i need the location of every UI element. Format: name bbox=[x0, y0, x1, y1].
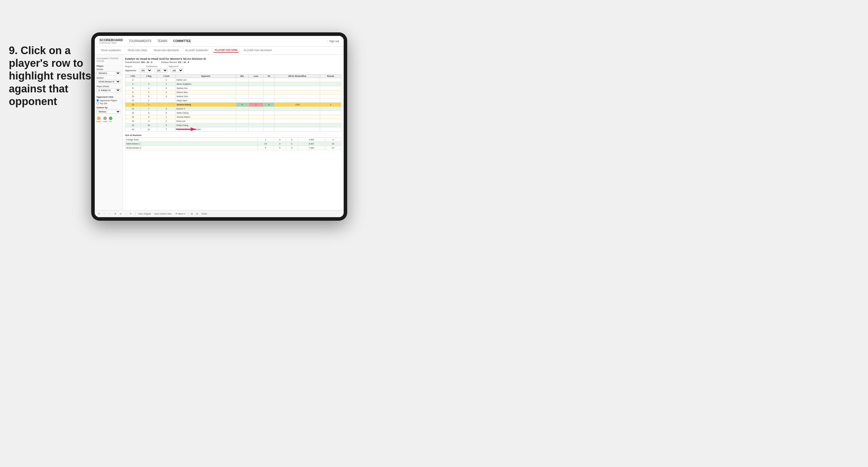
nav-items: TOURNAMENTS TEAMS COMMITTEE bbox=[129, 39, 228, 43]
region-section-label: Region bbox=[125, 65, 132, 67]
out-of-division-row[interactable]: NAIA Division 1 15 0 0 9.267 30 bbox=[125, 142, 341, 146]
colour-section: Colour by Win/loss Down Level bbox=[96, 106, 121, 122]
right-panel: Katelyn Vo Head-to-Head Grid for Women's… bbox=[123, 55, 344, 210]
player-rank-select[interactable]: 8. Katelyn Vo bbox=[96, 88, 121, 92]
table-row[interactable]: 18 2 2 Euna Lee bbox=[125, 119, 341, 123]
table-row[interactable]: 9 1 4 Sharon Mun bbox=[125, 90, 341, 94]
radio-top-100[interactable]: Top 100 bbox=[96, 102, 121, 104]
nav-bar: SCOREBOARD Powered by clippd TOURNAMENTS… bbox=[95, 36, 344, 46]
table-row[interactable]: 20 11 7 Federica Domecq Lacroze bbox=[125, 127, 341, 131]
save-custom-view-button[interactable]: Save Custom View bbox=[154, 213, 173, 215]
table-row[interactable]: 15 8 5 Stella Chang bbox=[125, 111, 341, 115]
colour-level: Level bbox=[103, 117, 107, 122]
conference-section-label: Conference bbox=[146, 65, 158, 67]
conference-filter-select[interactable]: (All) bbox=[154, 68, 168, 72]
colour-up: Up bbox=[109, 117, 113, 122]
tablet-screen: SCOREBOARD Powered by clippd TOURNAMENTS… bbox=[95, 36, 344, 217]
out-of-division-row[interactable]: Foreign Team 1 0 0 4.500 2 bbox=[125, 138, 341, 142]
filters-selects-row: Opponents: (All) (All) (All) bbox=[125, 68, 341, 72]
sub-nav-player-h2h-heatmap[interactable]: PLAYER H2H HEATMAP bbox=[243, 48, 273, 52]
nav-tournaments[interactable]: TOURNAMENTS bbox=[129, 39, 151, 43]
annotation-text: 9. Click on a player's row to highlight … bbox=[9, 44, 94, 108]
table-row[interactable]: 19 10 6 Emily Chang bbox=[125, 123, 341, 127]
col-header-rounds: Rounds bbox=[320, 74, 341, 78]
opponent-section-label: Opponent bbox=[168, 65, 178, 67]
nav-teams[interactable]: TEAMS bbox=[157, 39, 167, 43]
col-header-div: # Div bbox=[125, 74, 141, 78]
zoom-button[interactable]: ⊟ bbox=[195, 213, 199, 215]
out-of-division-title: Out of division bbox=[125, 134, 341, 136]
sub-nav-team-h2h-grid[interactable]: TEAM H2H GRID bbox=[126, 48, 148, 52]
app-logo: SCOREBOARD Powered by clippd bbox=[99, 38, 123, 44]
share-button[interactable]: Share bbox=[201, 213, 208, 215]
sub-nav-player-summary[interactable]: PLAYER SUMMARY bbox=[184, 48, 210, 52]
colour-by-select[interactable]: Win/loss bbox=[96, 110, 121, 114]
opponent-view-section: Opponent view Opponents Played Top 100 bbox=[96, 96, 121, 104]
tablet-frame: SCOREBOARD Powered by clippd TOURNAMENTS… bbox=[91, 32, 347, 221]
gender-label: Gender bbox=[96, 68, 121, 70]
download-button[interactable]: ↓ bbox=[124, 213, 127, 215]
filters-row: Region Conference Opponent bbox=[125, 65, 341, 67]
table-row[interactable]: 10 6 3 Andrea York bbox=[125, 94, 341, 99]
table-row[interactable]: 13 1 Heejo Hyun bbox=[125, 99, 341, 103]
sub-nav: TEAM SUMMARY TEAM H2H GRID TEAM H2H HEAT… bbox=[95, 46, 344, 55]
data-table: # Div # Reg # Conf Opponent Win Loss Tie… bbox=[125, 74, 341, 131]
out-of-division-table: Foreign Team 1 0 0 4.500 2 NAIA Division… bbox=[125, 137, 341, 150]
out-of-division-row[interactable]: NCAA Division 2 5 0 0 7.400 10 bbox=[125, 146, 341, 150]
col-header-diff: Diff Av Strokes/Rnd bbox=[275, 74, 320, 78]
undo-button[interactable]: ↺ bbox=[97, 213, 101, 215]
last-updated: Last Updated: 27/03/2024 16:55:38 bbox=[96, 57, 121, 62]
left-panel: Last Updated: 27/03/2024 16:55:38 Player… bbox=[95, 55, 123, 210]
annotation-area: 9. Click on a player's row to highlight … bbox=[9, 44, 94, 108]
table-row[interactable]: 3 1 Esther Lee bbox=[125, 78, 341, 82]
radio-opponents-played[interactable]: Opponents Played bbox=[96, 99, 121, 101]
sub-nav-team-summary[interactable]: TEAM SUMMARY bbox=[99, 48, 122, 52]
colour-dots: Down Level Up bbox=[96, 117, 121, 122]
col-header-win: Win bbox=[236, 74, 248, 78]
player-section-title: Player bbox=[96, 65, 121, 67]
table-row[interactable]: 5 2 2 Alexis Sudjianto bbox=[125, 82, 341, 86]
sub-nav-player-h2h-grid[interactable]: PLAYER H2H GRID bbox=[214, 48, 239, 53]
colour-down: Down bbox=[96, 117, 101, 122]
opponent-view-title: Opponent view bbox=[96, 96, 121, 98]
division-label: Division bbox=[96, 77, 121, 79]
colour-by-label: Colour by bbox=[96, 106, 121, 109]
col-header-reg: # Reg bbox=[141, 74, 157, 78]
col-header-tie: Tie bbox=[264, 74, 274, 78]
col-header-opponent: Opponent bbox=[176, 74, 236, 78]
opponent-filter-select[interactable]: (All) bbox=[170, 68, 183, 72]
main-content: Last Updated: 27/03/2024 16:55:38 Player… bbox=[95, 55, 344, 210]
nav-committee[interactable]: COMMITTEE bbox=[173, 39, 191, 43]
remove-button[interactable]: ⊘ bbox=[119, 213, 122, 215]
watch-button[interactable]: 👁 Watch ▾ bbox=[175, 213, 186, 215]
overall-record: Overall Record: 353 - 34 - 6 Division Re… bbox=[125, 61, 341, 64]
col-header-conf: # Conf bbox=[157, 74, 176, 78]
layout-button[interactable]: ⊞ bbox=[190, 213, 194, 215]
grid-title: Katelyn Vo Head-to-Head Grid for Women's… bbox=[125, 57, 341, 60]
table-row[interactable]: 6 1 3 Sydney Kuo bbox=[125, 86, 341, 90]
table-row[interactable]: 14 7 4 Eunice Yi bbox=[125, 107, 341, 111]
add-button[interactable]: ⊕ bbox=[114, 213, 117, 215]
toolbar-separator bbox=[135, 212, 136, 216]
sub-nav-team-h2h-heatmap[interactable]: TEAM H2H HEATMAP bbox=[152, 48, 180, 52]
table-row-highlighted[interactable]: 13 1 Jessica Huang 0 1 0 -3.00 2 bbox=[125, 103, 341, 107]
opponents-label: Opponents: bbox=[125, 69, 136, 71]
back-button[interactable]: ← bbox=[102, 213, 106, 215]
forward-button[interactable]: → bbox=[108, 213, 112, 215]
bottom-toolbar: ↺ ← → ⊕ ⊘ ↓ ⟳ View: Original Save Custom… bbox=[95, 210, 344, 217]
col-header-loss: Loss bbox=[248, 74, 264, 78]
toolbar-separator-2 bbox=[188, 212, 188, 216]
view-original-button[interactable]: View: Original bbox=[137, 213, 152, 215]
sign-out-button[interactable]: Sign out bbox=[329, 40, 339, 43]
division-select[interactable]: NCAA Division III bbox=[96, 80, 121, 84]
gender-select[interactable]: Women's bbox=[96, 71, 121, 75]
player-rank-label: Player (Rank) bbox=[96, 85, 121, 87]
region-filter-select[interactable]: (All) bbox=[139, 68, 152, 72]
table-row[interactable]: 16 9 1 Jessica Mason bbox=[125, 115, 341, 119]
refresh-button[interactable]: ⟳ bbox=[129, 213, 132, 215]
